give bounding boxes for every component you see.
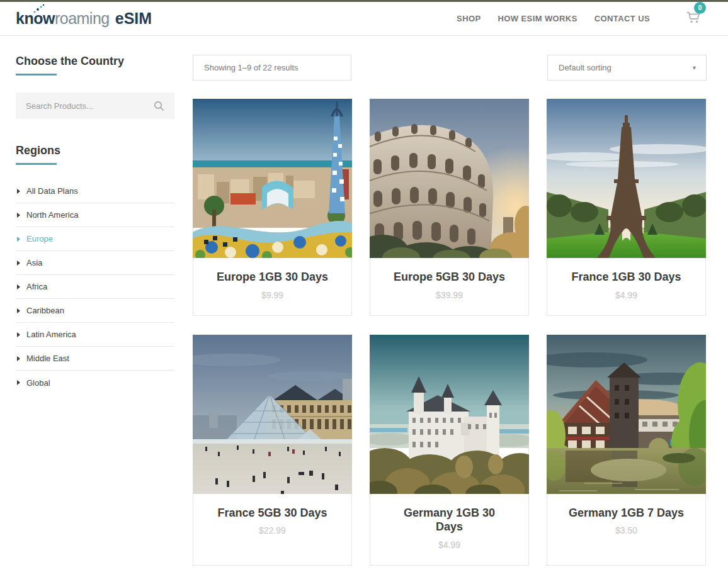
region-label: Global: [26, 378, 50, 388]
cart-count-badge: 0: [694, 2, 706, 14]
product-price: $4.99: [379, 540, 520, 550]
product-title[interactable]: France 1GB 30 Days: [556, 270, 697, 284]
product-image-link[interactable]: [547, 335, 705, 494]
rome-colosseum-photo: [370, 99, 529, 258]
search-input[interactable]: [26, 101, 154, 111]
region-label: Africa: [26, 282, 47, 291]
product-grid: Europe 1GB 30 Days $9.99: [193, 99, 707, 566]
product-price: $4.99: [556, 290, 697, 300]
triangle-bullet-icon: [17, 189, 20, 194]
logo-text-roaming: roaming: [55, 9, 110, 28]
product-price: $3.50: [556, 525, 697, 535]
product-info: Germany 1GB 7 Days $3.50: [547, 494, 705, 551]
regions-underline: [16, 163, 57, 165]
paris-louvre-pyramid-photo: [193, 335, 352, 494]
region-label: Caribbean: [26, 306, 64, 315]
sidebar-item-europe[interactable]: Europe: [16, 227, 174, 251]
sidebar-item-global[interactable]: Global: [16, 371, 174, 395]
triangle-bullet-icon: [17, 356, 20, 361]
sidebar-item-asia[interactable]: Asia: [16, 251, 174, 275]
results-count: Showing 1–9 of 22 results: [193, 55, 351, 81]
region-list: All Data Plans North America Europe Asia…: [16, 179, 174, 395]
shop-content: Showing 1–9 of 22 results Default sortin…: [193, 55, 707, 566]
search-icon[interactable]: [154, 101, 164, 111]
product-info: France 5GB 30 Days $22.99: [193, 494, 351, 551]
nav-how-esim-works[interactable]: HOW ESIM WORKS: [498, 14, 577, 23]
sidebar-item-latin-america[interactable]: Latin America: [16, 323, 174, 347]
logo-bubbles-icon: [32, 4, 46, 14]
product-card: France 5GB 30 Days $22.99: [193, 335, 352, 566]
triangle-bullet-icon: [17, 260, 20, 266]
sidebar-item-caribbean[interactable]: Caribbean: [16, 299, 174, 323]
product-price: $39.99: [379, 290, 520, 300]
product-title[interactable]: Germany 1GB 7 Days: [556, 506, 697, 520]
product-card: Europe 1GB 30 Days $9.99: [193, 99, 352, 316]
product-card: France 1GB 30 Days $4.99: [547, 99, 706, 316]
barcelona-park-guell-photo: [193, 99, 352, 258]
product-price: $9.99: [202, 290, 343, 300]
neuschwanstein-castle-photo: [370, 335, 529, 494]
region-label: Latin America: [26, 330, 76, 339]
sidebar-item-all-data-plans[interactable]: All Data Plans: [16, 179, 174, 203]
product-card: Germany 1GB 7 Days $3.50: [547, 335, 706, 566]
sort-dropdown[interactable]: Default sorting ▼: [547, 55, 707, 81]
product-title[interactable]: Europe 1GB 30 Days: [202, 270, 343, 284]
product-info: Europe 1GB 30 Days $9.99: [193, 258, 351, 315]
nav-shop[interactable]: SHOP: [457, 14, 481, 23]
region-label: North America: [26, 210, 78, 220]
nuremberg-riverside-photo: [547, 335, 706, 494]
product-image-link[interactable]: [193, 99, 351, 258]
main-nav: SHOP HOW ESIM WORKS CONTACT US: [457, 14, 650, 23]
product-title[interactable]: Germany 1GB 30 Days: [397, 506, 503, 534]
product-image-link[interactable]: [193, 335, 351, 494]
sidebar: Choose the Country Regions All Data Plan…: [16, 55, 174, 566]
sidebar-item-africa[interactable]: Africa: [16, 275, 174, 299]
product-card: Europe 5GB 30 Days $39.99: [370, 99, 529, 316]
triangle-bullet-icon: [17, 308, 20, 313]
title-underline: [16, 74, 57, 76]
chevron-down-icon: ▼: [691, 65, 697, 71]
product-info: Germany 1GB 30 Days $4.99: [370, 494, 528, 565]
paris-eiffel-tower-photo: [547, 99, 706, 258]
logo-text-esim: eSIM: [115, 9, 152, 28]
region-label: Asia: [26, 258, 42, 267]
logo[interactable]: knowroaming eSIM: [16, 9, 152, 28]
product-image-link[interactable]: [370, 335, 528, 494]
nav-contact-us[interactable]: CONTACT US: [594, 14, 650, 23]
regions-title: Regions: [16, 144, 174, 157]
sort-selected-value: Default sorting: [559, 63, 611, 72]
product-image-link[interactable]: [547, 99, 705, 258]
sidebar-item-north-america[interactable]: North America: [16, 203, 174, 227]
product-info: France 1GB 30 Days $4.99: [547, 258, 705, 315]
product-info: Europe 5GB 30 Days $39.99: [370, 258, 528, 315]
sidebar-item-middle-east[interactable]: Middle East: [16, 347, 174, 371]
product-price: $22.99: [202, 525, 343, 535]
product-image-link[interactable]: [370, 99, 528, 258]
product-card: Germany 1GB 30 Days $4.99: [370, 335, 529, 566]
region-label: Middle East: [26, 354, 69, 363]
triangle-bullet-icon: [17, 237, 20, 242]
cart-button[interactable]: 0: [686, 11, 700, 26]
region-label: All Data Plans: [26, 186, 78, 196]
region-label: Europe: [26, 234, 53, 244]
product-search: [16, 92, 174, 119]
triangle-bullet-icon: [17, 284, 20, 289]
triangle-bullet-icon: [17, 332, 20, 337]
product-title[interactable]: Europe 5GB 30 Days: [379, 270, 520, 284]
triangle-bullet-icon: [17, 213, 20, 218]
product-title[interactable]: France 5GB 30 Days: [202, 506, 343, 520]
triangle-bullet-icon: [17, 380, 20, 385]
site-header: knowroaming eSIM SHOP HOW ESIM WORKS CON…: [0, 2, 728, 36]
shop-toolbar: Showing 1–9 of 22 results Default sortin…: [193, 55, 707, 81]
sidebar-title: Choose the Country: [16, 55, 174, 68]
